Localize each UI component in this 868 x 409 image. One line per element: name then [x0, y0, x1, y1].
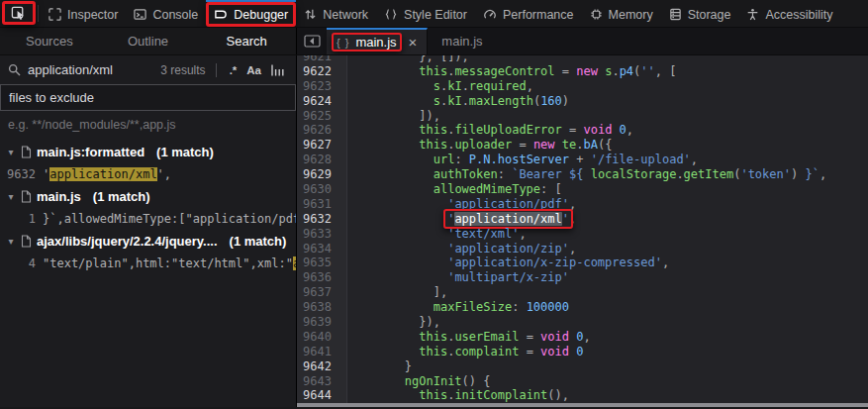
sidebar-tab-outline[interactable]: Outline [99, 28, 198, 54]
code-line: 9630 allowedMimeType: [ [297, 182, 868, 197]
code-token: (), [547, 388, 569, 402]
line-number[interactable]: 9626 [297, 123, 339, 138]
line-number[interactable]: 9632 [297, 212, 339, 227]
code-token: new [533, 138, 555, 152]
line-number[interactable]: 9643 [297, 374, 339, 389]
code-editor[interactable]: 9621 }, []),9622 this.messageControl = n… [297, 55, 868, 407]
tab-network[interactable]: Network [296, 0, 376, 27]
code-token: = [562, 123, 584, 137]
tab-label: Network [323, 8, 368, 22]
sidebar-tab-sources[interactable]: Sources [0, 28, 99, 54]
line-number[interactable]: 9624 [297, 94, 339, 109]
code-text: } [339, 359, 412, 374]
regex-toggle[interactable]: .* [227, 63, 241, 77]
line-number[interactable]: 9639 [297, 315, 339, 330]
memory-icon [590, 8, 603, 21]
code-token: , [519, 227, 526, 241]
search-result-match[interactable]: 4"text/plain",html:"text/html",xml:"ap… [0, 253, 296, 274]
code-token: , [569, 197, 576, 211]
search-result-file[interactable]: ▾main.js:formatted(1 match) [0, 141, 296, 163]
code-token [347, 270, 447, 284]
tab-memory[interactable]: Memory [582, 0, 661, 27]
line-number[interactable]: 9638 [297, 300, 339, 315]
code-token [347, 94, 434, 108]
code-token: this [419, 388, 447, 402]
code-token: = [519, 330, 540, 344]
line-number[interactable]: 9630 [297, 182, 339, 197]
search-result-file[interactable]: ▾main.js(1 match) [0, 185, 296, 208]
code-token: p4 [620, 64, 633, 78]
close-tab-icon[interactable]: × [406, 35, 421, 50]
code-token: }` [805, 167, 819, 181]
tab-performance[interactable]: Performance [475, 0, 582, 27]
code-token [347, 212, 447, 226]
code-token: . [462, 79, 469, 93]
code-token: }), [347, 315, 440, 329]
line-number[interactable]: 9644 [297, 388, 339, 403]
whole-word-toggle[interactable] [268, 63, 288, 77]
code-text: 'application/zip', [339, 242, 576, 256]
files-to-exclude-toggle[interactable]: files to exclude [0, 84, 296, 111]
chevron-down-icon: ▾ [6, 191, 16, 202]
tab-label: Memory [609, 8, 653, 22]
code-text: 'multipart/x-zip' [339, 270, 569, 285]
line-number[interactable]: 9636 [297, 270, 339, 285]
line-number[interactable]: 9633 [297, 227, 339, 242]
code-token: this [419, 123, 447, 137]
devtools-content: application/xml 3 results .*Aa files to … [0, 55, 868, 407]
line-number[interactable]: 9642 [297, 359, 339, 374]
line-number[interactable]: 9621 [297, 55, 339, 64]
source-tab-main-js[interactable]: { } main.js × [327, 28, 428, 54]
tab-storage[interactable]: Storage [661, 0, 739, 27]
console-icon [134, 8, 146, 21]
file-name: main.js:formatted [37, 145, 145, 159]
line-number[interactable]: 9637 [297, 285, 339, 300]
code-token: + [569, 153, 591, 166]
source-tab-main-js-2[interactable]: main.js [428, 28, 496, 54]
search-result-file[interactable]: ▾ajax/libs/jquery/2.2.4/jquery....(1 mat… [0, 230, 296, 253]
code-token: : [512, 300, 526, 314]
code-token [347, 227, 447, 241]
line-number[interactable]: 9629 [297, 167, 339, 182]
sidebar-tab-search[interactable]: Search [197, 28, 296, 54]
collapse-panel-button[interactable] [297, 28, 327, 54]
code-text: this.uploader = new te.bA({ [339, 138, 612, 153]
code-token: 100000 [527, 300, 569, 314]
line-number[interactable]: 9625 [297, 109, 339, 124]
tab-console[interactable]: Console [126, 0, 206, 27]
search-sidebar: application/xml 3 results .*Aa files to … [0, 55, 297, 407]
tab-style-editor[interactable]: Style Editor [376, 0, 475, 27]
tab-inspector[interactable]: Inspector [41, 0, 126, 27]
code-token: '/file-upload' [591, 153, 691, 166]
code-text: }), [339, 315, 440, 330]
line-number[interactable]: 9622 [297, 64, 339, 79]
code-token: this [419, 345, 447, 358]
horizontal-scrollbar[interactable] [297, 403, 868, 407]
line-number[interactable]: 9640 [297, 330, 339, 345]
search-result-match[interactable]: 9632'application/xml', [0, 163, 296, 185]
line-number[interactable]: 9634 [297, 242, 339, 256]
code-text: }, []), [339, 55, 469, 64]
line-number[interactable]: 9627 [297, 138, 339, 153]
case-sensitive-toggle[interactable]: Aa [243, 63, 264, 77]
line-number[interactable]: 9635 [297, 256, 339, 270]
line-number[interactable]: 9641 [297, 345, 339, 359]
line-number[interactable]: 9623 [297, 79, 339, 94]
search-input[interactable]: application/xml [28, 62, 113, 77]
line-number[interactable]: 9628 [297, 153, 339, 167]
tab-accessibility[interactable]: Accessibility [738, 0, 840, 27]
code-line: 9634 'application/zip', [297, 242, 868, 256]
code-token: = [519, 345, 540, 358]
exclude-input[interactable]: e.g. **/node_modules/**,app.js [0, 111, 296, 136]
code-line: 9629 authToken: `Bearer ${ localStorage.… [297, 167, 868, 182]
tab-debugger[interactable]: Debugger [206, 0, 296, 27]
pick-element-button[interactable] [0, 0, 36, 27]
code-token [347, 138, 419, 152]
search-result-match[interactable]: 1}`,allowedMimeType:["application/pdf"… [0, 208, 296, 230]
line-number[interactable]: 9631 [297, 197, 339, 212]
match-text: }`,allowedMimeType:["application/pdf"… [43, 212, 296, 226]
code-token [347, 374, 405, 388]
code-token: initComplaint [454, 388, 547, 402]
code-token: ) [562, 94, 569, 108]
source-file-icon: { } [337, 37, 349, 49]
